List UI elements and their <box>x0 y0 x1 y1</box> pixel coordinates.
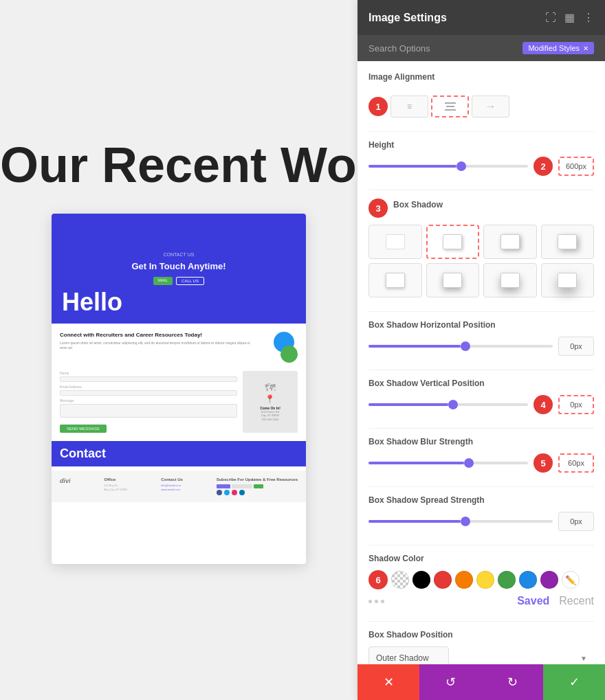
box-shadow-h-value[interactable]: 0px <box>558 337 594 356</box>
shadow-none-preview <box>386 234 405 249</box>
box-shadow-blur-thumb[interactable] <box>464 458 474 468</box>
color-purple[interactable] <box>540 571 558 589</box>
color-yellow[interactable] <box>476 571 494 589</box>
search-bar: Search Options Modified Styles ✕ <box>358 35 605 61</box>
image-alignment-header: Image Alignment <box>368 72 594 89</box>
box-shadow-spread-value[interactable]: 0px <box>558 512 594 531</box>
cancel-button[interactable]: ✕ <box>358 664 419 700</box>
redo-icon: ↻ <box>507 675 518 690</box>
footer-contact-title: Contact Us <box>161 477 183 482</box>
more-options-icon[interactable]: ⋮ <box>583 11 594 24</box>
box-shadow-h-track[interactable] <box>368 345 553 348</box>
box-shadow-v-section: Box Shadow Vertical Position 4 0px <box>368 379 594 414</box>
sep-7 <box>368 545 594 545</box>
mockup-btn-green: MAIL <box>153 277 173 285</box>
fullscreen-icon[interactable]: ⛶ <box>545 12 556 24</box>
shadow-opt-b4[interactable] <box>541 263 595 297</box>
shadow-opt-md[interactable] <box>483 225 537 259</box>
undo-button[interactable]: ↺ <box>419 664 481 700</box>
color-transparent[interactable] <box>391 571 409 589</box>
box-shadow-section: 3 Box Shadow <box>368 199 594 297</box>
circle-green <box>280 346 298 363</box>
extra-dots <box>368 600 384 603</box>
badge-3: 3 <box>368 199 388 218</box>
mockup-map: 🗺 📍 Come On In! 1234 Street Rd.City, ST … <box>243 371 298 433</box>
box-shadow-v-slider-row: 4 0px <box>368 395 594 414</box>
box-shadow-blur-slider-row: 5 60px <box>368 453 594 473</box>
sep-1 <box>368 131 594 132</box>
form-label-message: Message <box>60 398 237 403</box>
mockup-title: Get In Touch Anytime! <box>131 261 226 271</box>
page-heading: Our Recent Wo <box>0 137 357 193</box>
box-shadow-h-thumb[interactable] <box>461 341 470 351</box>
color-red[interactable] <box>434 571 452 589</box>
sep-6 <box>368 486 594 487</box>
box-shadow-v-track[interactable] <box>368 403 528 406</box>
height-slider-track[interactable] <box>368 165 528 168</box>
height-value-box[interactable]: 600px <box>558 157 594 176</box>
box-shadow-h-fill <box>368 345 461 348</box>
box-shadow-v-value[interactable]: 0px <box>558 395 594 414</box>
shadow-opt-b3[interactable] <box>483 263 537 297</box>
align-center-icon <box>443 101 457 112</box>
mockup-form: Name Email Address Message SEND MESSAGE <box>60 371 237 433</box>
sep-4 <box>368 370 594 370</box>
shadow-opt-sm[interactable] <box>426 225 480 259</box>
cancel-icon: ✕ <box>384 675 394 690</box>
shadow-opt-none[interactable] <box>368 225 422 259</box>
footer-social-dots <box>217 490 298 495</box>
extra-dot-2 <box>375 600 378 603</box>
box-shadow-spread-track[interactable] <box>368 520 553 523</box>
box-shadow-blur-track[interactable] <box>368 462 528 464</box>
color-custom-pencil[interactable]: ✏️ <box>562 571 580 589</box>
color-orange[interactable] <box>455 571 473 589</box>
confirm-icon: ✓ <box>569 675 580 690</box>
confirm-button[interactable]: ✓ <box>543 664 605 700</box>
modified-styles-label: Modified Styles <box>528 44 580 52</box>
shadow-color-label: Shadow Color <box>368 554 594 563</box>
columns-icon[interactable]: ▦ <box>564 11 575 24</box>
shadow-b2-preview <box>443 273 462 288</box>
form-row-email <box>60 390 237 396</box>
modified-styles-badge[interactable]: Modified Styles ✕ <box>522 42 594 54</box>
color-black[interactable] <box>412 571 430 589</box>
shadow-opt-lg[interactable] <box>541 225 595 259</box>
badge-2: 2 <box>534 157 553 176</box>
shadow-lg-preview <box>558 234 577 249</box>
box-shadow-position-select[interactable]: Outer Shadow Inner Shadow <box>368 646 449 664</box>
height-slider-thumb[interactable] <box>456 161 466 171</box>
align-center-option[interactable] <box>431 95 469 117</box>
undo-icon: ↺ <box>446 675 456 690</box>
box-shadow-blur-value[interactable]: 60px <box>558 453 594 473</box>
saved-tab[interactable]: Saved <box>517 595 549 607</box>
height-section: Height 2 600px <box>368 140 594 176</box>
search-placeholder[interactable]: Search Options <box>368 43 430 54</box>
image-alignment-label: Image Alignment <box>368 72 434 82</box>
color-green[interactable] <box>498 571 516 589</box>
modified-styles-close[interactable]: ✕ <box>583 45 588 52</box>
redo-button[interactable]: ↻ <box>481 664 543 700</box>
image-alignment-section: Image Alignment 1 ≡ → <box>368 72 594 117</box>
shadow-opt-b2[interactable] <box>426 263 480 297</box>
come-in-body: 1234 Street Rd.City, ST 00000555-555-555… <box>260 410 280 421</box>
box-shadow-v-thumb[interactable] <box>448 400 458 409</box>
box-shadow-blur-fill <box>368 462 464 464</box>
footer-office-title: Office <box>104 477 127 482</box>
alignment-options-row: 1 ≡ → <box>368 95 594 117</box>
color-blue[interactable] <box>519 571 537 589</box>
footer-logo: divi <box>60 477 71 484</box>
box-shadow-v-fill <box>368 403 448 406</box>
box-shadow-position-section: Box Shadow Position Outer Shadow Inner S… <box>368 630 594 664</box>
shadow-opt-b1[interactable] <box>368 263 422 297</box>
action-bar: ✕ ↺ ↻ ✓ <box>358 664 605 700</box>
recent-tab[interactable]: Recent <box>559 595 594 607</box>
shadow-sm-preview <box>443 234 462 249</box>
align-left-option[interactable]: ≡ <box>390 95 428 117</box>
box-shadow-spread-thumb[interactable] <box>461 517 470 526</box>
saved-recent-tabs: Saved Recent <box>517 595 594 607</box>
svg-rect-0 <box>445 102 456 104</box>
align-right-option[interactable]: → <box>472 95 509 117</box>
badge-1: 1 <box>368 97 388 116</box>
sep-2 <box>368 190 594 190</box>
box-shadow-blur-section: Box Shadow Blur Strength 5 60px <box>368 437 594 473</box>
